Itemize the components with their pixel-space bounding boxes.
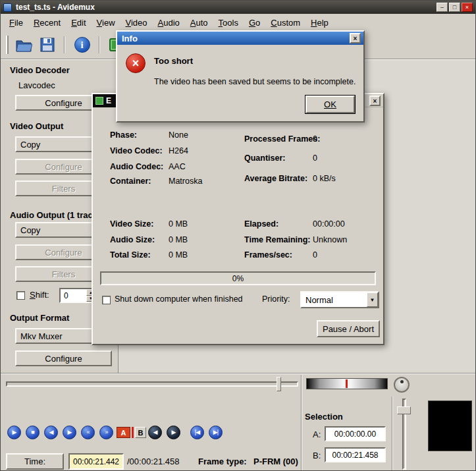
maximize-button[interactable]: □: [449, 3, 460, 12]
menu-video[interactable]: Video: [126, 18, 147, 28]
encoding-dialog-icon: [95, 97, 103, 105]
audio-codec-label: Audio Codec:: [110, 162, 163, 171]
menu-recent[interactable]: Recent: [34, 18, 61, 28]
time-remaining-value: Unknown: [313, 235, 347, 244]
menu-file[interactable]: File: [9, 18, 23, 28]
fast-forward-button[interactable]: »: [99, 426, 113, 439]
menu-audio[interactable]: Audio: [158, 18, 180, 28]
elapsed-label: Elapsed:: [244, 219, 278, 229]
info-button[interactable]: i: [73, 36, 91, 54]
phase-value: None: [169, 130, 188, 140]
volume-slider-handle[interactable]: [397, 406, 411, 414]
info-dialog-close-button[interactable]: ×: [350, 33, 361, 43]
audio-size-value: 0 MB: [169, 235, 188, 244]
output-format-label: Output Format: [10, 313, 69, 323]
open-folder-icon: [15, 36, 32, 53]
frames-per-sec-label: Frames/sec:: [244, 250, 292, 260]
encoding-dialog: E × Phase: None Video Codec: H264 Audio …: [92, 93, 384, 345]
rewind-button[interactable]: «: [81, 426, 95, 439]
close-button[interactable]: ×: [462, 3, 473, 12]
jog-center-mark: [346, 379, 348, 388]
black-frame-previous-button[interactable]: ◀: [148, 426, 162, 439]
save-floppy-icon: [39, 36, 56, 53]
selection-b-label: B:: [313, 451, 321, 460]
window-titlebar: test_ts.ts - Avidemux – □ ×: [1, 1, 475, 14]
shutdown-checkbox[interactable]: [102, 296, 111, 304]
time-field[interactable]: 00:00:21.442: [68, 453, 124, 470]
open-file-button[interactable]: [14, 36, 32, 54]
marker-cursor: [132, 427, 134, 438]
audio-output-value: Copy: [16, 223, 99, 236]
format-configure-button[interactable]: Configure: [15, 350, 112, 366]
quantiser-value: 0: [313, 153, 317, 163]
seek-slider-track[interactable]: [6, 381, 298, 387]
menu-help[interactable]: Help: [311, 18, 329, 28]
time-button[interactable]: Time:: [6, 453, 64, 470]
next-frame-button[interactable]: ▶: [63, 426, 76, 439]
encoding-dialog-close-button[interactable]: ×: [369, 96, 381, 106]
container-label: Container:: [110, 177, 151, 186]
output-format-value: Mkv Muxer: [16, 329, 99, 343]
menu-custom[interactable]: Custom: [271, 18, 300, 28]
shift-checkbox[interactable]: [16, 291, 25, 300]
video-codec-label: Video Codec:: [110, 146, 163, 155]
phase-label: Phase:: [110, 130, 137, 140]
menu-auto[interactable]: Auto: [190, 18, 208, 28]
info-dialog: Info × × Too short The video has been sa…: [116, 30, 365, 123]
processed-frames-label: Processed Frames:: [244, 134, 320, 144]
previous-frame-button[interactable]: ◀: [44, 426, 58, 439]
chevron-down-icon: ▼: [367, 292, 378, 307]
mark-b-button[interactable]: B: [135, 427, 146, 438]
shift-value: 0: [61, 289, 86, 302]
jog-shuttle[interactable]: [306, 378, 388, 389]
video-thumbnail: [428, 401, 472, 451]
toolbar-grip[interactable]: [6, 36, 9, 54]
quantiser-label: Quantiser:: [244, 153, 286, 163]
minimize-button[interactable]: –: [436, 3, 448, 12]
priority-label: Priority:: [262, 294, 290, 304]
video-codec-value: H264: [169, 146, 188, 155]
average-bitrate-label: Average Bitrate:: [244, 174, 307, 183]
encoding-dialog-title: E: [106, 96, 111, 105]
frame-type-value: P-FRM (00): [253, 457, 298, 466]
pause-abort-button[interactable]: Pause / Abort: [317, 320, 380, 337]
selection-b-field[interactable]: 00:00:21.458: [325, 447, 386, 462]
divider: [392, 397, 393, 471]
priority-combo[interactable]: Normal ▼: [300, 291, 379, 308]
play-button[interactable]: ▶: [7, 426, 21, 439]
menu-bar: File Recent Edit View Video Audio Auto T…: [1, 14, 475, 31]
goto-start-button[interactable]: |◀: [190, 426, 204, 439]
seek-slider-handle[interactable]: [277, 377, 281, 391]
priority-value: Normal: [302, 292, 367, 307]
bottom-panel: Selection A: 00:00:00.00 B: 00:00:21.458…: [1, 373, 475, 471]
total-size-value: 0 MB: [169, 250, 188, 260]
menu-view[interactable]: View: [97, 18, 115, 28]
frames-per-sec-value: 0: [313, 250, 317, 260]
menu-go[interactable]: Go: [249, 18, 260, 28]
shift-label: Shift:: [30, 290, 49, 300]
audio-output-label: Audio Output (1 track: [10, 210, 97, 220]
audio-codec-value: AAC: [169, 162, 186, 171]
frame-type-label: Frame type:: [198, 457, 247, 466]
video-output-value: Copy: [16, 138, 99, 151]
goto-end-button[interactable]: ▶|: [209, 426, 223, 439]
video-output-label: Video Output: [10, 121, 63, 131]
shutdown-label: Shut down computer when finished: [115, 294, 243, 304]
ok-button[interactable]: OK: [305, 96, 355, 113]
stop-button[interactable]: ■: [26, 426, 40, 439]
menu-tools[interactable]: Tools: [219, 18, 238, 28]
menu-edit[interactable]: Edit: [71, 18, 86, 28]
elapsed-value: 00:00:00: [313, 219, 345, 229]
save-button[interactable]: [38, 36, 56, 54]
dial-knob[interactable]: [394, 377, 410, 393]
mark-a-button[interactable]: A: [117, 427, 130, 438]
knob-indicator: [400, 380, 404, 383]
video-decoder-label: Video Decoder: [10, 65, 70, 75]
audio-size-label: Audio Size:: [110, 235, 155, 244]
video-size-label: Video Size:: [110, 219, 153, 229]
selection-a-field[interactable]: 00:00:00.00: [325, 426, 386, 441]
info-icon: i: [74, 37, 90, 53]
black-frame-next-button[interactable]: ▶: [167, 426, 180, 439]
time-remaining-label: Time Remaining:: [244, 235, 310, 244]
selection-a-label: A:: [313, 429, 321, 439]
